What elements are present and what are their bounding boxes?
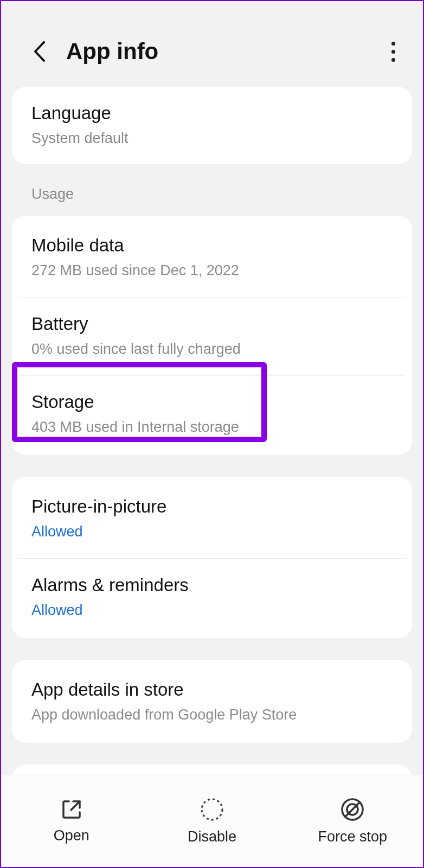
storage-title: Storage (31, 391, 393, 414)
alarms-sub: Allowed (31, 600, 393, 620)
battery-sub: 0% used since last fully charged (31, 339, 393, 359)
open-button[interactable]: Open (1, 775, 142, 867)
card-store: App details in store App downloaded from… (12, 660, 412, 743)
row-storage[interactable]: Storage 403 MB used in Internal storage (12, 375, 412, 455)
more-options-button[interactable] (380, 38, 407, 65)
store-title: App details in store (31, 678, 393, 702)
disable-icon (200, 797, 224, 822)
header: App info (1, 1, 423, 87)
force-stop-label: Force stop (318, 828, 388, 845)
mobile-data-title: Mobile data (31, 234, 393, 257)
section-label-usage: Usage (1, 186, 423, 216)
card-language: Language System default (12, 87, 412, 164)
card-usage: Mobile data 272 MB used since Dec 1, 202… (12, 216, 412, 455)
bottom-bar: Open Disable Force stop (1, 775, 423, 867)
row-language[interactable]: Language System default (12, 87, 412, 164)
store-sub: App downloaded from Google Play Store (31, 705, 393, 724)
pip-sub: Allowed (31, 522, 393, 541)
row-picture-in-picture[interactable]: Picture-in-picture Allowed (12, 477, 412, 558)
back-button[interactable] (28, 41, 50, 62)
battery-title: Battery (31, 313, 393, 336)
card-permissions: Picture-in-picture Allowed Alarms & remi… (12, 477, 412, 638)
more-icon (391, 42, 395, 46)
language-sub: System default (31, 128, 393, 148)
row-battery[interactable]: Battery 0% used since last fully charged (12, 297, 412, 375)
open-label: Open (54, 827, 89, 844)
pip-title: Picture-in-picture (31, 495, 393, 519)
row-mobile-data[interactable]: Mobile data 272 MB used since Dec 1, 202… (12, 216, 412, 296)
row-alarms-reminders[interactable]: Alarms & reminders Allowed (12, 559, 412, 638)
language-title: Language (31, 102, 393, 125)
page-title: App info (66, 38, 380, 64)
force-stop-icon (340, 797, 365, 822)
row-app-details-store[interactable]: App details in store App downloaded from… (12, 660, 412, 743)
svg-point-0 (202, 799, 222, 820)
storage-sub: 403 MB used in Internal storage (31, 417, 393, 437)
disable-label: Disable (188, 828, 236, 845)
force-stop-button[interactable]: Force stop (282, 775, 423, 867)
alarms-title: Alarms & reminders (31, 574, 393, 597)
disable-button[interactable]: Disable (142, 775, 282, 867)
chevron-left-icon (33, 41, 45, 62)
mobile-data-sub: 272 MB used since Dec 1, 2022 (31, 261, 393, 280)
open-icon (60, 798, 83, 821)
